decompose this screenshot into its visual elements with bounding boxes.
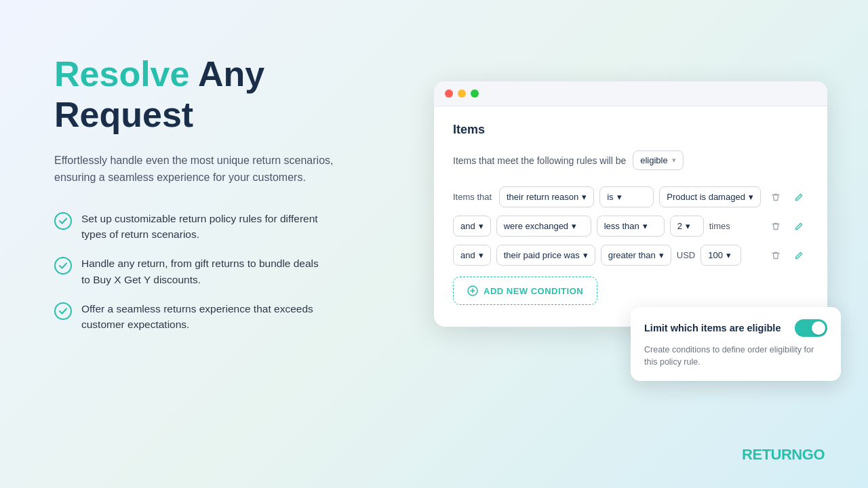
chevron-prefix-3: ▾ (479, 250, 484, 260)
logo-green: GO (802, 446, 825, 463)
headline-resolve: Resolve (54, 54, 189, 94)
condition-row-1: Items that their return reason ▾ is ▾ Pr… (453, 186, 808, 207)
chevron-icon-1b: ▾ (617, 192, 622, 202)
value-select-1[interactable]: Product is damaged ▾ (659, 186, 761, 207)
toggle-switch[interactable] (795, 319, 827, 337)
feature-item-3: Offer a seamless returns experience that… (54, 301, 380, 333)
prefix-value-2: and (460, 221, 475, 231)
svg-point-1 (55, 258, 71, 274)
number-select-2[interactable]: 2 ▾ (670, 216, 704, 237)
eligibility-row: Items that meet the following rules will… (453, 150, 808, 170)
chevron-icon-2b: ▾ (643, 221, 648, 231)
chevron-icon-3a: ▾ (583, 250, 588, 260)
trash-icon-3 (771, 251, 781, 260)
feature-item-1: Set up customizable return policy rules … (54, 211, 380, 243)
amount-select-3[interactable]: 100 ▾ (701, 245, 741, 266)
logo: RETURNGO (742, 446, 825, 464)
field-select-3[interactable]: their paid price was ▾ (496, 245, 595, 266)
delete-btn-3[interactable] (766, 246, 785, 265)
field-select-1[interactable]: their return reason ▾ (499, 186, 594, 207)
plus-circle-icon (467, 285, 478, 296)
operator-value-3: greater than (608, 250, 656, 260)
svg-point-0 (55, 213, 71, 229)
operator-select-2[interactable]: less than ▾ (597, 216, 665, 237)
operator-value-2: less than (604, 221, 639, 231)
prefix-select-2[interactable]: and ▾ (453, 216, 491, 237)
chevron-icon-3b: ▾ (659, 250, 664, 260)
svg-point-2 (55, 303, 71, 319)
chevron-icon-2a: ▾ (572, 221, 576, 231)
prefix-label-1: Items that (453, 192, 494, 202)
features-list: Set up customizable return policy rules … (54, 211, 380, 333)
operator-select-1[interactable]: is ▾ (599, 186, 654, 207)
action-icons-3 (766, 246, 808, 265)
value-text-1: Product is damaged (667, 192, 745, 202)
browser-content: Items Items that meet the following rule… (434, 106, 827, 327)
feature-text-2: Handle any return, from gift returns to … (81, 256, 326, 287)
delete-btn-1[interactable] (766, 188, 785, 207)
times-label-2: times (709, 221, 730, 231)
operator-select-3[interactable]: greater than ▾ (601, 245, 671, 266)
dot-red (445, 89, 453, 98)
prefix-value-3: and (460, 250, 475, 260)
feature-text-3: Offer a seamless returns experience that… (81, 301, 326, 333)
conditions-area: Items that their return reason ▾ is ▾ Pr… (453, 186, 808, 266)
condition-row-2: and ▾ were exchanged ▾ less than ▾ 2 ▾ t… (453, 216, 808, 237)
subtitle: Effortlessly handle even the most unique… (54, 152, 339, 186)
chevron-icon-3c: ▾ (726, 250, 731, 260)
feature-item-2: Handle any return, from gift returns to … (54, 256, 380, 287)
tooltip-description: Create conditions to define order eligib… (644, 344, 827, 369)
edit-icon-3 (794, 251, 804, 260)
dot-yellow (458, 89, 466, 98)
prefix-select-3[interactable]: and ▾ (453, 245, 491, 266)
tooltip-header: Limit which items are eligible (644, 319, 827, 337)
action-icons-1 (766, 188, 808, 207)
add-condition-label: ADD NEW CONDITION (484, 286, 583, 296)
edit-icon-1 (794, 192, 804, 202)
trash-icon-1 (771, 192, 781, 202)
amount-value-3: 100 (708, 250, 723, 260)
toggle-knob (812, 321, 825, 335)
action-icons-2 (766, 217, 808, 236)
edit-btn-2[interactable] (789, 217, 808, 236)
field-select-2[interactable]: were exchanged ▾ (496, 216, 591, 237)
section-title: Items (453, 123, 808, 137)
tooltip-card: Limit which items are eligible Create co… (631, 307, 841, 382)
feature-text-1: Set up customizable return policy rules … (81, 211, 326, 243)
chevron-prefix-2: ▾ (479, 221, 484, 231)
field-value-2: were exchanged (504, 221, 568, 231)
chevron-down-icon: ▾ (672, 156, 676, 165)
trash-icon-2 (771, 222, 781, 231)
eligibility-select[interactable]: eligible ▾ (633, 150, 683, 170)
headline: Resolve AnyRequest (54, 54, 380, 136)
edit-btn-1[interactable] (789, 188, 808, 207)
dot-green (471, 89, 479, 98)
operator-value-1: is (607, 192, 613, 202)
logo-dark: RETURN (742, 446, 802, 463)
eligibility-text: Items that meet the following rules will… (453, 155, 626, 166)
condition-row-3: and ▾ their paid price was ▾ greater tha… (453, 245, 808, 266)
chevron-icon-2c: ▾ (686, 221, 690, 231)
field-value-1: their return reason (507, 192, 578, 202)
currency-label-3: USD (677, 250, 695, 260)
eligibility-value: eligible (640, 155, 667, 165)
check-icon-2 (54, 257, 72, 274)
check-icon-1 (54, 212, 72, 230)
tooltip-title: Limit which items are eligible (644, 323, 781, 333)
chevron-icon-1: ▾ (582, 192, 587, 202)
chevron-icon-1c: ▾ (749, 192, 753, 202)
check-icon-3 (54, 302, 72, 320)
number-value-2: 2 (677, 221, 682, 231)
delete-btn-2[interactable] (766, 217, 785, 236)
left-panel: Resolve AnyRequest Effortlessly handle e… (54, 54, 380, 332)
browser-window: Items Items that meet the following rule… (434, 81, 827, 327)
add-condition-button[interactable]: ADD NEW CONDITION (453, 277, 597, 305)
field-value-3: their paid price was (504, 250, 580, 260)
edit-btn-3[interactable] (789, 246, 808, 265)
browser-titlebar (434, 81, 827, 106)
edit-icon-2 (794, 222, 804, 231)
